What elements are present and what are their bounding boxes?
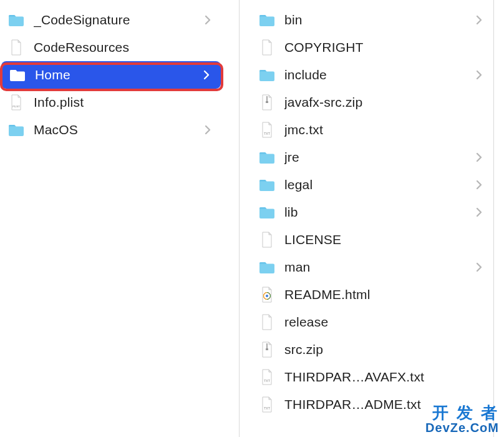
svg-rect-7: [266, 348, 268, 350]
item-label: man: [284, 260, 467, 275]
finder-column-view: _CodeSignature CodeResources Home PLIST …: [0, 0, 504, 437]
folder-icon: [258, 149, 276, 166]
svg-text:TXT: TXT: [264, 132, 269, 135]
txt-icon: TXT: [258, 121, 276, 139]
chevron-right-icon: [476, 180, 482, 190]
svg-text:TXT: TXT: [264, 406, 269, 410]
file-row-jmc-txt[interactable]: TXT jmc.txt: [240, 116, 493, 144]
folder-icon: [258, 204, 276, 221]
folder-row-legal[interactable]: legal: [240, 171, 493, 199]
file-row-release[interactable]: release: [240, 308, 493, 336]
file-row-thirdparty-javafx-txt[interactable]: TXT THIRDPAR…AVAFX.txt: [240, 363, 493, 391]
svg-text:PLIST: PLIST: [12, 105, 20, 108]
chevron-right-icon: [203, 70, 210, 80]
file-icon: [7, 39, 25, 56]
chevron-right-icon: [476, 15, 482, 25]
file-row-license[interactable]: LICENSE: [240, 226, 493, 253]
zip-icon: [258, 341, 276, 358]
chevron-right-icon: [476, 70, 482, 80]
item-label: CodeResources: [34, 40, 211, 55]
folder-icon: [7, 11, 25, 29]
file-row-javafx-src-zip[interactable]: javafx-src.zip: [240, 89, 493, 116]
file-icon: [258, 231, 276, 248]
folder-row-lib[interactable]: lib: [240, 199, 493, 226]
folder-icon: [258, 11, 276, 29]
item-label: _CodeSignature: [34, 12, 196, 27]
item-label: legal: [284, 177, 467, 192]
zip-icon: [258, 94, 276, 111]
item-label: release: [284, 315, 482, 330]
folder-row-include[interactable]: include: [240, 61, 493, 89]
item-label: bin: [284, 12, 467, 27]
item-label: THIRDPAR…AVAFX.txt: [284, 370, 482, 385]
column-right: [493, 0, 504, 437]
folder-icon: [258, 176, 276, 194]
folder-row-bin[interactable]: bin: [240, 6, 493, 34]
chevron-right-icon: [205, 15, 211, 25]
chevron-right-icon: [476, 262, 482, 272]
item-label: MacOS: [34, 122, 196, 137]
svg-point-5: [266, 295, 268, 297]
txt-icon: TXT: [258, 396, 276, 413]
chevron-right-icon: [476, 152, 482, 162]
item-label: include: [284, 67, 467, 82]
svg-text:TXT: TXT: [264, 379, 269, 383]
folder-icon: [258, 258, 276, 276]
file-row-infoplist[interactable]: PLIST Info.plist: [0, 89, 222, 116]
folder-icon: [9, 66, 26, 84]
item-label: src.zip: [284, 342, 482, 357]
item-label: COPYRIGHT: [284, 40, 482, 55]
svg-rect-1: [266, 96, 268, 102]
item-label: LICENSE: [284, 232, 482, 247]
item-label: javafx-src.zip: [284, 95, 482, 110]
column-left: _CodeSignature CodeResources Home PLIST …: [0, 0, 222, 437]
folder-row-jre[interactable]: jre: [240, 144, 493, 171]
folder-row-man[interactable]: man: [240, 253, 493, 281]
column-gap: [222, 0, 239, 437]
file-icon: [258, 39, 276, 56]
file-row-copyright[interactable]: COPYRIGHT: [240, 34, 493, 61]
plist-icon: PLIST: [7, 94, 25, 111]
folder-row-codesignature[interactable]: _CodeSignature: [0, 6, 222, 34]
svg-rect-2: [266, 101, 268, 103]
item-label: jmc.txt: [284, 122, 482, 137]
item-label: lib: [284, 205, 467, 220]
txt-icon: TXT: [258, 368, 276, 386]
item-label: THIRDPAR…ADME.txt: [284, 397, 482, 412]
file-row-src-zip[interactable]: src.zip: [240, 336, 493, 363]
column-middle: bin COPYRIGHT include javafx-src.zip TXT…: [239, 0, 493, 437]
item-label: Info.plist: [34, 95, 211, 110]
file-row-thirdparty-readme-txt[interactable]: TXT THIRDPAR…ADME.txt: [240, 391, 493, 418]
folder-icon: [258, 66, 276, 84]
item-label: README.html: [284, 287, 482, 302]
chevron-right-icon: [205, 125, 211, 135]
file-icon: [258, 313, 276, 331]
html-icon: [258, 286, 276, 303]
chevron-right-icon: [476, 207, 482, 217]
svg-rect-6: [266, 343, 268, 349]
folder-icon: [7, 121, 25, 139]
item-label: Home: [35, 67, 195, 82]
file-row-coderesources[interactable]: CodeResources: [0, 34, 222, 61]
file-row-readme-html[interactable]: README.html: [240, 281, 493, 308]
folder-row-macos[interactable]: MacOS: [0, 116, 222, 144]
folder-row-home[interactable]: Home: [1, 61, 221, 89]
item-label: jre: [284, 150, 467, 165]
